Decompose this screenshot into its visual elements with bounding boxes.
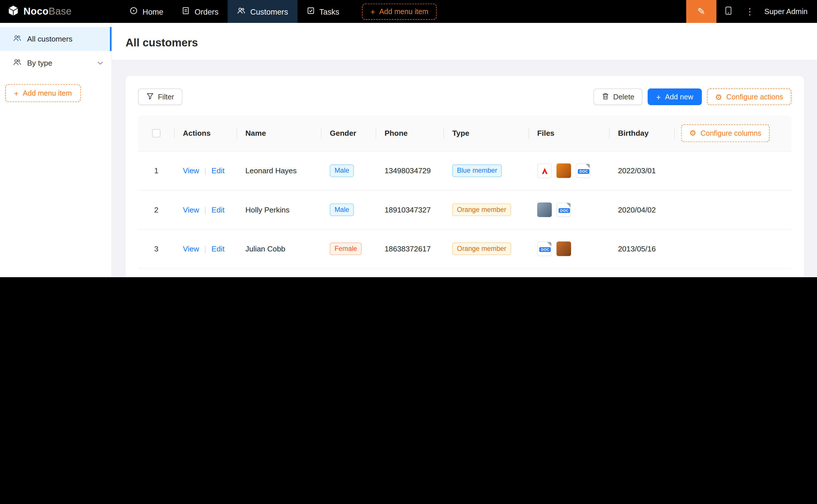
edit-link[interactable]: Edit [212,245,225,253]
doc-file-icon[interactable]: DOC [556,202,571,217]
row-number: 1 [154,167,158,175]
configure-actions-button[interactable]: ⚙ Configure actions [707,88,792,105]
row-number: 3 [154,245,158,253]
nocobase-logo[interactable]: NocoBase [0,4,80,18]
gear-icon: ⚙ [690,129,696,137]
topbar: NocoBase Home Orders [0,0,817,23]
nav-item-customers[interactable]: Customers [228,0,298,23]
name-cell: Holly Perkins [237,206,321,214]
birthday-cell: 2022/03/01 [610,167,675,175]
add-new-label: Add new [665,93,693,101]
view-link[interactable]: View [183,167,199,175]
name-cell: Julian Cobb [237,245,321,253]
column-header-birthday: Birthday [610,115,675,151]
more-menu-button[interactable]: ⋮ [741,0,759,23]
gender-tag: Male [330,204,354,216]
document-icon [182,7,190,16]
page-header: All customers [112,23,817,60]
ellipsis-vertical-icon: ⋮ [745,6,754,17]
doc-file-icon[interactable]: DOC [537,241,552,256]
mobile-panel-button[interactable] [716,0,741,23]
users-icon [13,58,21,68]
plus-icon: + [656,93,661,101]
customers-table: Actions Name Gender Phone Type Files Bir… [138,115,792,277]
logo-cube-icon [7,4,19,18]
pdf-file-icon[interactable] [537,164,552,178]
team-icon [237,7,246,16]
type-tag: Blue member [452,164,502,177]
name-cell: Leonard Hayes [237,167,321,175]
delete-label: Delete [613,93,635,101]
table-row: 3 View | Edit Julian Cobb Female 1863837… [138,230,792,269]
table-body: 1 View | Edit Leonard Hayes Male 1349803… [138,151,792,277]
link-separator: | [205,245,207,253]
phone-cell: 18638372617 [376,245,444,253]
table-block: Filter Delete [125,76,804,277]
home-icon [130,7,137,16]
column-header-name: Name [237,115,321,151]
nav-label: Orders [194,7,219,16]
filter-button[interactable]: Filter [138,88,182,105]
configure-columns-label: Configure columns [701,129,761,137]
edit-link[interactable]: Edit [212,206,225,214]
birthday-cell: 2013/05/16 [610,245,675,253]
app-viewport: NocoBase Home Orders [0,0,817,277]
add-menu-item-label: Add menu item [23,89,72,97]
files-cell: DOC [529,164,610,178]
gender-tag: Female [330,243,362,255]
configure-actions-label: Configure actions [726,93,783,101]
phone-cell: 18910347327 [376,206,444,214]
nav-item-home[interactable]: Home [121,0,173,23]
image-thumbnail[interactable] [537,202,552,217]
nav-item-tasks[interactable]: Tasks [298,0,349,23]
active-indicator [110,27,111,51]
sidebar-item-by-type[interactable]: By type [0,51,111,75]
doc-file-icon[interactable]: DOC [575,164,590,178]
pen-icon: ✎ [698,6,705,17]
nav-item-orders[interactable]: Orders [172,0,228,23]
sidebar-add-menu-item-button[interactable]: + Add menu item [5,84,80,102]
delete-button[interactable]: Delete [593,88,643,105]
gear-icon: ⚙ [715,93,722,101]
view-link[interactable]: View [183,245,199,253]
table-row: 4 View | Edit Yvette Gross Male 13257489… [138,269,792,277]
table-row: 2 View | Edit Holly Perkins Male 1891034… [138,190,792,229]
add-menu-item-label: Add menu item [379,7,428,15]
check-square-icon [307,7,315,16]
page-title: All customers [125,36,804,49]
user-menu[interactable]: Super Admin [759,7,817,15]
funnel-icon [146,92,154,101]
add-new-button[interactable]: + Add new [648,88,702,105]
column-header-phone: Phone [376,115,444,151]
table-toolbar: Filter Delete [138,88,792,105]
edit-link[interactable]: Edit [212,167,225,175]
files-cell: DOC [529,241,610,256]
nav-label: Tasks [319,7,339,16]
nav-label: Home [142,7,163,16]
link-separator: | [205,206,207,214]
image-thumbnail[interactable] [556,241,571,256]
topbar-right: ✎ ⋮ Super Admin [686,0,817,23]
sidebar-item-label: All customers [27,35,72,43]
column-header-files: Files [529,115,610,151]
sidebar: All customers By type + [0,23,112,277]
view-link[interactable]: View [183,206,199,214]
logo-text: NocoBase [23,6,72,17]
main-content: All customers Filter [112,23,817,277]
select-all-checkbox[interactable] [152,129,160,137]
table-header: Actions Name Gender Phone Type Files Bir… [138,115,792,151]
sidebar-item-label: By type [27,59,52,67]
ui-editor-toggle-button[interactable]: ✎ [686,0,716,23]
image-thumbnail[interactable] [556,164,571,178]
configure-columns-button[interactable]: ⚙ Configure columns [681,124,770,142]
top-nav: Home Orders Customers [121,0,349,23]
add-menu-item-button[interactable]: + Add menu item [362,3,437,19]
content-area: Filter Delete [112,60,817,277]
trash-icon [602,92,609,101]
sidebar-item-all-customers[interactable]: All customers [0,27,111,51]
column-header-type: Type [444,115,529,151]
chevron-down-icon [97,61,103,65]
column-header-actions: Actions [174,115,237,151]
link-separator: | [205,167,207,175]
nav-label: Customers [250,7,288,16]
